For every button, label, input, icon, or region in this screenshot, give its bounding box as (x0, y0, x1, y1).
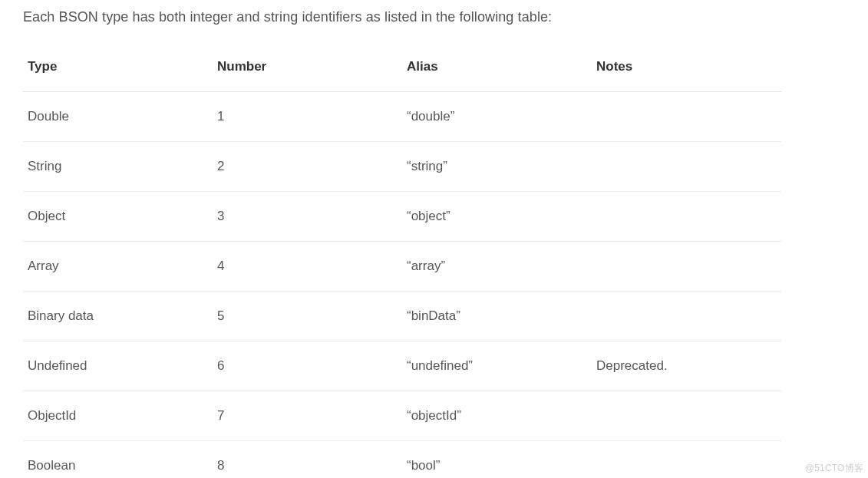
table-row: Double 1 “double” (23, 92, 781, 142)
cell-number: 1 (213, 92, 402, 142)
cell-type: Array (23, 242, 213, 292)
document-container: Each BSON type has both integer and stri… (0, 0, 868, 478)
header-number: Number (213, 47, 402, 92)
header-type: Type (23, 47, 213, 92)
header-alias: Alias (402, 47, 592, 92)
table-row: Object 3 “object” (23, 192, 781, 242)
cell-notes (592, 242, 781, 292)
cell-type: Boolean (23, 441, 213, 479)
cell-type: Object (23, 192, 213, 242)
table-row: Boolean 8 “bool” (23, 441, 781, 479)
cell-type: Undefined (23, 341, 213, 391)
cell-notes (592, 391, 781, 441)
cell-type: ObjectId (23, 391, 213, 441)
cell-notes: Deprecated. (592, 341, 781, 391)
cell-alias: “undefined” (402, 341, 592, 391)
cell-number: 8 (213, 441, 402, 479)
cell-notes (592, 441, 781, 479)
cell-alias: “binData” (402, 292, 592, 341)
table-row: ObjectId 7 “objectId” (23, 391, 781, 441)
table-header-row: Type Number Alias Notes (23, 47, 781, 92)
cell-number: 7 (213, 391, 402, 441)
cell-number: 2 (213, 142, 402, 192)
cell-number: 4 (213, 242, 402, 292)
intro-text: Each BSON type has both integer and stri… (23, 9, 845, 25)
table-row: Binary data 5 “binData” (23, 292, 781, 341)
cell-alias: “bool” (402, 441, 592, 479)
cell-number: 5 (213, 292, 402, 341)
cell-alias: “object” (402, 192, 592, 242)
cell-alias: “string” (402, 142, 592, 192)
cell-type: Double (23, 92, 213, 142)
cell-type: String (23, 142, 213, 192)
table-row: String 2 “string” (23, 142, 781, 192)
cell-alias: “objectId” (402, 391, 592, 441)
cell-alias: “array” (402, 242, 592, 292)
cell-type: Binary data (23, 292, 213, 341)
cell-number: 3 (213, 192, 402, 242)
table-row: Undefined 6 “undefined” Deprecated. (23, 341, 781, 391)
cell-notes (592, 192, 781, 242)
bson-types-table: Type Number Alias Notes Double 1 “double… (23, 47, 781, 478)
cell-alias: “double” (402, 92, 592, 142)
cell-notes (592, 142, 781, 192)
cell-number: 6 (213, 341, 402, 391)
cell-notes (592, 92, 781, 142)
header-notes: Notes (592, 47, 781, 92)
cell-notes (592, 292, 781, 341)
table-row: Array 4 “array” (23, 242, 781, 292)
